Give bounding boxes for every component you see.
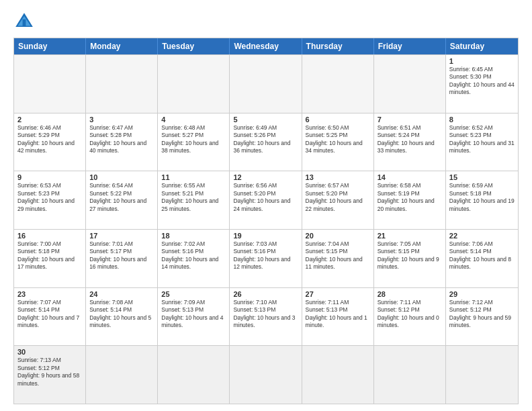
day-number: 28 [378, 290, 442, 298]
calendar-row-5: 30Sunrise: 7:13 AM Sunset: 5:12 PM Dayli… [14, 345, 518, 404]
calendar-cell: 16Sunrise: 7:00 AM Sunset: 5:18 PM Dayli… [14, 230, 86, 287]
day-number: 11 [161, 173, 226, 181]
cell-info: Sunrise: 6:55 AM Sunset: 5:21 PM Dayligh… [161, 182, 226, 213]
cell-info: Sunrise: 7:08 AM Sunset: 5:14 PM Dayligh… [89, 299, 154, 330]
calendar-cell [86, 55, 158, 113]
cell-info: Sunrise: 6:51 AM Sunset: 5:24 PM Dayligh… [378, 124, 442, 155]
cell-info: Sunrise: 6:56 AM Sunset: 5:20 PM Dayligh… [233, 182, 298, 213]
cell-info: Sunrise: 7:03 AM Sunset: 5:16 PM Dayligh… [233, 240, 298, 271]
day-number: 8 [449, 116, 515, 124]
cell-info: Sunrise: 7:09 AM Sunset: 5:13 PM Dayligh… [161, 299, 226, 330]
logo-icon [13, 11, 35, 32]
day-number: 26 [233, 290, 298, 298]
calendar-header: SundayMondayTuesdayWednesdayThursdayFrid… [14, 38, 518, 54]
calendar-cell: 20Sunrise: 7:04 AM Sunset: 5:15 PM Dayli… [302, 230, 374, 287]
header-day-wednesday: Wednesday [230, 38, 302, 54]
cell-info: Sunrise: 6:49 AM Sunset: 5:26 PM Dayligh… [233, 124, 298, 155]
calendar-cell: 13Sunrise: 6:57 AM Sunset: 5:20 PM Dayli… [302, 171, 374, 229]
day-number: 30 [17, 348, 82, 356]
day-number: 23 [17, 290, 82, 298]
calendar-cell [446, 346, 518, 404]
header-day-thursday: Thursday [302, 38, 374, 54]
calendar-cell: 11Sunrise: 6:55 AM Sunset: 5:21 PM Dayli… [158, 171, 230, 229]
header-day-tuesday: Tuesday [158, 38, 230, 54]
day-number: 16 [17, 232, 82, 240]
cell-info: Sunrise: 7:12 AM Sunset: 5:12 PM Dayligh… [449, 299, 515, 330]
cell-info: Sunrise: 7:11 AM Sunset: 5:12 PM Dayligh… [378, 299, 442, 330]
day-number: 4 [161, 116, 226, 124]
cell-info: Sunrise: 7:04 AM Sunset: 5:15 PM Dayligh… [306, 240, 370, 271]
day-number: 7 [378, 116, 442, 124]
calendar-cell: 6Sunrise: 6:50 AM Sunset: 5:25 PM Daylig… [302, 113, 374, 171]
calendar-cell: 27Sunrise: 7:11 AM Sunset: 5:13 PM Dayli… [302, 288, 374, 346]
page: SundayMondayTuesdayWednesdayThursdayFrid… [0, 0, 532, 411]
calendar-cell [86, 346, 158, 404]
calendar-cell [230, 55, 302, 113]
day-number: 12 [233, 173, 298, 181]
calendar-cell [302, 55, 374, 113]
cell-info: Sunrise: 7:00 AM Sunset: 5:18 PM Dayligh… [17, 240, 82, 271]
logo [13, 11, 38, 32]
calendar-cell: 18Sunrise: 7:02 AM Sunset: 5:16 PM Dayli… [158, 230, 230, 287]
day-number: 2 [17, 116, 82, 124]
day-number: 22 [449, 232, 515, 240]
calendar-cell: 9Sunrise: 6:53 AM Sunset: 5:23 PM Daylig… [14, 171, 86, 229]
day-number: 25 [161, 290, 226, 298]
calendar-cell: 15Sunrise: 6:59 AM Sunset: 5:18 PM Dayli… [446, 171, 518, 229]
calendar-cell [374, 346, 446, 404]
calendar-cell: 19Sunrise: 7:03 AM Sunset: 5:16 PM Dayli… [230, 230, 302, 287]
day-number: 24 [89, 290, 154, 298]
calendar-cell: 17Sunrise: 7:01 AM Sunset: 5:17 PM Dayli… [86, 230, 158, 287]
calendar-cell: 7Sunrise: 6:51 AM Sunset: 5:24 PM Daylig… [374, 113, 446, 171]
calendar-cell: 12Sunrise: 6:56 AM Sunset: 5:20 PM Dayli… [230, 171, 302, 229]
day-number: 13 [306, 173, 370, 181]
header [13, 11, 519, 32]
cell-info: Sunrise: 6:50 AM Sunset: 5:25 PM Dayligh… [306, 124, 370, 155]
day-number: 10 [89, 173, 154, 181]
calendar: SundayMondayTuesdayWednesdayThursdayFrid… [13, 38, 519, 404]
calendar-cell: 28Sunrise: 7:11 AM Sunset: 5:12 PM Dayli… [374, 288, 446, 346]
calendar-cell: 10Sunrise: 6:54 AM Sunset: 5:22 PM Dayli… [86, 171, 158, 229]
cell-info: Sunrise: 7:10 AM Sunset: 5:13 PM Dayligh… [233, 299, 298, 330]
day-number: 17 [89, 232, 154, 240]
cell-info: Sunrise: 7:07 AM Sunset: 5:14 PM Dayligh… [17, 299, 82, 330]
cell-info: Sunrise: 7:06 AM Sunset: 5:14 PM Dayligh… [449, 240, 515, 271]
calendar-cell: 23Sunrise: 7:07 AM Sunset: 5:14 PM Dayli… [14, 288, 86, 346]
day-number: 14 [378, 173, 442, 181]
calendar-body: 1Sunrise: 6:45 AM Sunset: 5:30 PM Daylig… [14, 54, 518, 404]
cell-info: Sunrise: 7:05 AM Sunset: 5:15 PM Dayligh… [378, 240, 442, 271]
calendar-cell: 5Sunrise: 6:49 AM Sunset: 5:26 PM Daylig… [230, 113, 302, 171]
cell-info: Sunrise: 6:53 AM Sunset: 5:23 PM Dayligh… [17, 182, 82, 213]
cell-info: Sunrise: 6:52 AM Sunset: 5:23 PM Dayligh… [449, 124, 515, 155]
cell-info: Sunrise: 7:13 AM Sunset: 5:12 PM Dayligh… [17, 357, 82, 387]
calendar-cell [230, 346, 302, 404]
calendar-cell: 21Sunrise: 7:05 AM Sunset: 5:15 PM Dayli… [374, 230, 446, 287]
svg-rect-2 [23, 19, 26, 27]
cell-info: Sunrise: 7:02 AM Sunset: 5:16 PM Dayligh… [161, 240, 226, 271]
calendar-cell: 1Sunrise: 6:45 AM Sunset: 5:30 PM Daylig… [446, 55, 518, 113]
calendar-cell: 24Sunrise: 7:08 AM Sunset: 5:14 PM Dayli… [86, 288, 158, 346]
day-number: 1 [449, 57, 515, 65]
calendar-cell [302, 346, 374, 404]
day-number: 18 [161, 232, 226, 240]
calendar-row-2: 9Sunrise: 6:53 AM Sunset: 5:23 PM Daylig… [14, 171, 518, 229]
calendar-cell: 14Sunrise: 6:58 AM Sunset: 5:19 PM Dayli… [374, 171, 446, 229]
calendar-row-4: 23Sunrise: 7:07 AM Sunset: 5:14 PM Dayli… [14, 287, 518, 346]
calendar-cell: 25Sunrise: 7:09 AM Sunset: 5:13 PM Dayli… [158, 288, 230, 346]
cell-info: Sunrise: 7:11 AM Sunset: 5:13 PM Dayligh… [306, 299, 370, 330]
calendar-cell: 4Sunrise: 6:48 AM Sunset: 5:27 PM Daylig… [158, 113, 230, 171]
day-number: 21 [378, 232, 442, 240]
calendar-row-1: 2Sunrise: 6:46 AM Sunset: 5:29 PM Daylig… [14, 113, 518, 171]
day-number: 27 [306, 290, 370, 298]
calendar-cell: 22Sunrise: 7:06 AM Sunset: 5:14 PM Dayli… [446, 230, 518, 287]
header-day-sunday: Sunday [14, 38, 86, 54]
day-number: 15 [449, 173, 515, 181]
day-number: 29 [449, 290, 515, 298]
calendar-cell: 8Sunrise: 6:52 AM Sunset: 5:23 PM Daylig… [446, 113, 518, 171]
cell-info: Sunrise: 6:45 AM Sunset: 5:30 PM Dayligh… [449, 66, 515, 97]
day-number: 9 [17, 173, 82, 181]
cell-info: Sunrise: 6:54 AM Sunset: 5:22 PM Dayligh… [89, 182, 154, 213]
calendar-cell: 26Sunrise: 7:10 AM Sunset: 5:13 PM Dayli… [230, 288, 302, 346]
calendar-cell: 29Sunrise: 7:12 AM Sunset: 5:12 PM Dayli… [446, 288, 518, 346]
calendar-row-0: 1Sunrise: 6:45 AM Sunset: 5:30 PM Daylig… [14, 54, 518, 113]
